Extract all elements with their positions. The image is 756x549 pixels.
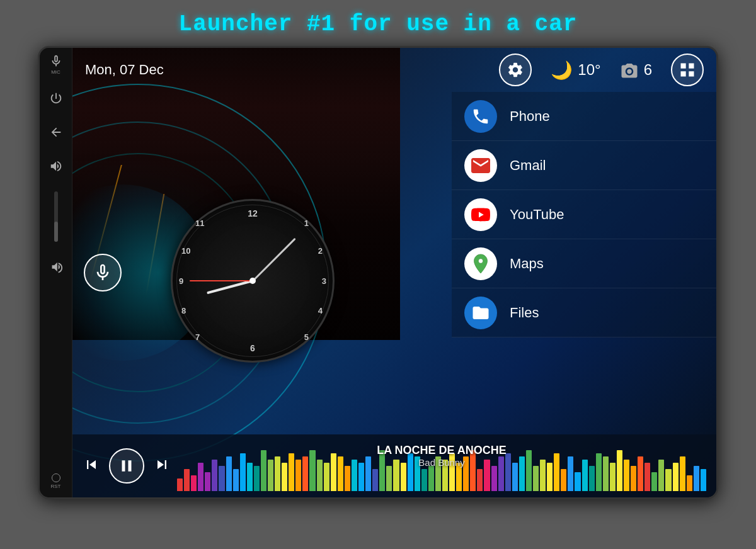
left-sidebar: MIC RST: [40, 48, 72, 497]
phone-icon: [464, 100, 497, 133]
top-bar: Mon, 07 Dec 🌙 10°: [72, 48, 716, 92]
clock-face: 12 1 2 3 4 5 6 7 8 9 10 11: [171, 199, 335, 363]
back-button[interactable]: [45, 121, 67, 144]
youtube-label: YouTube: [510, 207, 564, 223]
files-icon: [464, 297, 497, 329]
road-value: 6: [644, 61, 652, 79]
music-controls: [83, 448, 171, 484]
app-phone[interactable]: Phone: [452, 92, 716, 141]
weather-section: 🌙 10°: [551, 60, 600, 81]
temperature: 10°: [578, 61, 600, 79]
files-label: Files: [510, 305, 539, 321]
app-files[interactable]: Files: [452, 288, 716, 337]
gmail-label: Gmail: [510, 157, 546, 174]
clock-container: 12 1 2 3 4 5 6 7 8 9 10 11: [171, 199, 335, 363]
gmail-icon: [464, 149, 497, 182]
device-frame: MIC RST: [38, 46, 718, 499]
main-content: 12 1 2 3 4 5 6 7 8 9 10 11: [72, 48, 716, 497]
maps-label: Maps: [510, 256, 544, 272]
phone-label: Phone: [510, 108, 550, 125]
rst-label: RST: [51, 484, 61, 489]
mic-circle-button[interactable]: [84, 254, 122, 291]
left-visual: 12 1 2 3 4 5 6 7 8 9 10 11: [72, 48, 400, 497]
track-title: LA NOCHE DE ANOCHE: [177, 444, 706, 457]
prev-button[interactable]: [83, 456, 100, 477]
volume-slider[interactable]: [54, 191, 58, 242]
dot-lights: [79, 419, 394, 431]
settings-button[interactable]: [499, 54, 532, 86]
app-maps[interactable]: Maps: [452, 239, 716, 288]
road-section: 6: [620, 60, 652, 79]
apps-grid-button[interactable]: [671, 54, 704, 86]
mic-button[interactable]: MIC: [45, 53, 67, 76]
date-display: Mon, 07 Dec: [85, 62, 211, 78]
next-button[interactable]: [153, 456, 171, 477]
app-gmail[interactable]: Gmail: [452, 141, 716, 190]
app-list-panel: Phone Gmail YouTube: [452, 92, 716, 453]
track-artist: Bad Bunny: [177, 457, 706, 468]
clock-center: [249, 278, 256, 284]
volume-down-button[interactable]: [45, 256, 67, 278]
hour-hand: [207, 280, 253, 294]
pause-button[interactable]: [109, 448, 144, 484]
weather-icon: 🌙: [551, 60, 573, 81]
mic-label: MIC: [51, 69, 60, 75]
volume-up-button[interactable]: [45, 155, 67, 178]
second-hand: [190, 280, 253, 281]
youtube-icon: [464, 198, 497, 231]
page-title: Launcher #1 for use in a car: [179, 11, 578, 37]
top-icons: 🌙 10° 6: [499, 54, 704, 86]
rst-button[interactable]: RST: [45, 470, 67, 492]
minute-hand: [252, 238, 295, 281]
music-bar: LA NOCHE DE ANOCHE Bad Bunny: [72, 434, 716, 497]
maps-icon: [464, 247, 497, 280]
power-button[interactable]: [45, 87, 67, 110]
app-youtube[interactable]: YouTube: [452, 190, 716, 239]
